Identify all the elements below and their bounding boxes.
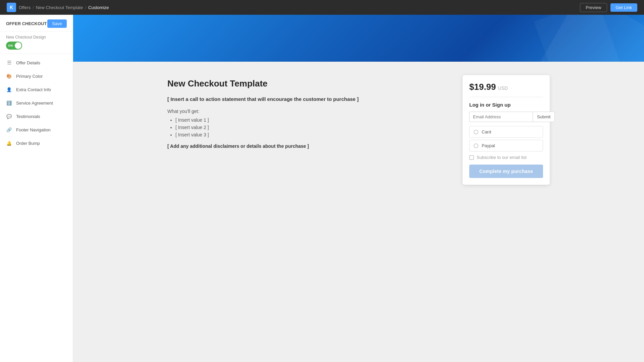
logo-icon: K [7, 3, 16, 12]
breadcrumb-sep1: / [33, 5, 34, 10]
checkout-area: New Checkout Template [ Insert a call to… [141, 62, 577, 198]
subscribe-label: Subscribe to our email list [477, 155, 527, 160]
toggle-on-label: ON [8, 44, 13, 47]
sidebar-item-offer-details[interactable]: ☰ Offer Details [0, 56, 73, 69]
cta-block: [ Insert a call to action statement that… [167, 96, 449, 103]
subscribe-checkbox[interactable] [469, 155, 474, 160]
footer-nav-icon: 🔗 [6, 127, 12, 133]
nav-right: Preview Get Link [580, 3, 637, 12]
breadcrumb-offers[interactable]: Offers [19, 5, 31, 10]
top-nav: K Offers / New Checkout Template / Custo… [0, 0, 644, 15]
price-currency: USD [498, 85, 508, 91]
order-bump-label: Order Bump [16, 141, 40, 146]
email-row: Submit [469, 112, 543, 122]
complete-purchase-button[interactable]: Complete my purchase [469, 165, 543, 178]
checkout-title: New Checkout Template [167, 78, 449, 89]
sidebar-item-order-bump[interactable]: 🔔 Order Bump [0, 136, 73, 150]
list-item: [ Insert value 2 ] [175, 125, 449, 130]
card-option[interactable]: Card [469, 126, 543, 138]
list-item: [ Insert value 3 ] [175, 132, 449, 137]
login-signup-label: Log in or Sign up [469, 102, 543, 108]
save-button[interactable]: Save [47, 19, 67, 28]
breadcrumb: Offers / New Checkout Template / Customi… [19, 5, 109, 10]
sidebar-nav: ☰ Offer Details 🎨 Primary Color 👤 Extra … [0, 54, 73, 362]
paypal-option[interactable]: Paypal [469, 140, 543, 152]
checkout-left: New Checkout Template [ Insert a call to… [167, 75, 449, 185]
testimonials-label: Testimonials [16, 114, 40, 119]
get-link-button[interactable]: Get Link [610, 3, 637, 12]
paypal-radio[interactable] [474, 143, 478, 148]
order-bump-icon: 🔔 [6, 140, 12, 146]
checkout-card: $19.99 USD Log in or Sign up Submit Card… [463, 75, 550, 185]
hero-banner [73, 15, 644, 62]
sidebar-item-service-agreement[interactable]: ℹ️ Service Agreement [0, 96, 73, 110]
testimonials-icon: 💬 [6, 113, 12, 119]
value-list: [ Insert value 1 ] [ Insert value 2 ] [ … [175, 117, 449, 137]
toggle-pill[interactable]: ON [6, 42, 22, 50]
primary-color-label: Primary Color [16, 74, 43, 79]
footer-navigation-label: Footer Navigation [16, 127, 51, 132]
list-item: [ Insert value 1 ] [175, 117, 449, 123]
sidebar-item-primary-color[interactable]: 🎨 Primary Color [0, 69, 73, 83]
list-icon: ☰ [6, 60, 12, 66]
submit-button[interactable]: Submit [533, 112, 555, 122]
app-layout: OFFER CHECKOUT Save New Checkout Design … [0, 15, 644, 362]
sidebar-item-testimonials[interactable]: 💬 Testimonials [0, 110, 73, 123]
contact-icon: 👤 [6, 86, 12, 93]
breadcrumb-sep2: / [85, 5, 86, 10]
extra-contact-label: Extra Contact Info [16, 87, 51, 92]
paypal-label: Paypal [482, 143, 495, 148]
design-toggle-row: New Checkout Design ON [0, 32, 73, 54]
offer-checkout-label: OFFER CHECKOUT [6, 21, 47, 26]
sidebar-item-extra-contact[interactable]: 👤 Extra Contact Info [0, 83, 73, 96]
sidebar-header: OFFER CHECKOUT Save [0, 15, 73, 32]
what-youll-get-label: What you'll get: [167, 109, 449, 114]
price-row: $19.99 USD [469, 82, 543, 97]
breadcrumb-current: Customize [88, 5, 109, 10]
offer-details-label: Offer Details [16, 60, 40, 65]
preview-button[interactable]: Preview [580, 3, 607, 12]
nav-left: K Offers / New Checkout Template / Custo… [7, 3, 109, 12]
info-icon: ℹ️ [6, 100, 12, 106]
design-title: New Checkout Design [6, 35, 67, 40]
subscribe-row[interactable]: Subscribe to our email list [469, 155, 543, 160]
new-checkout-design-toggle[interactable]: ON [6, 42, 67, 50]
price-amount: $19.99 [469, 82, 496, 92]
sidebar-item-footer-navigation[interactable]: 🔗 Footer Navigation [0, 123, 73, 136]
main-content: New Checkout Template [ Insert a call to… [73, 15, 644, 362]
email-input[interactable] [469, 112, 533, 122]
sidebar: OFFER CHECKOUT Save New Checkout Design … [0, 15, 73, 362]
disclaimer-text: [ Add any additional disclaimers or deta… [167, 143, 449, 149]
service-agreement-label: Service Agreement [16, 101, 53, 106]
color-icon: 🎨 [6, 73, 12, 79]
breadcrumb-template[interactable]: New Checkout Template [36, 5, 83, 10]
card-radio[interactable] [474, 130, 478, 134]
card-label: Card [482, 129, 491, 134]
